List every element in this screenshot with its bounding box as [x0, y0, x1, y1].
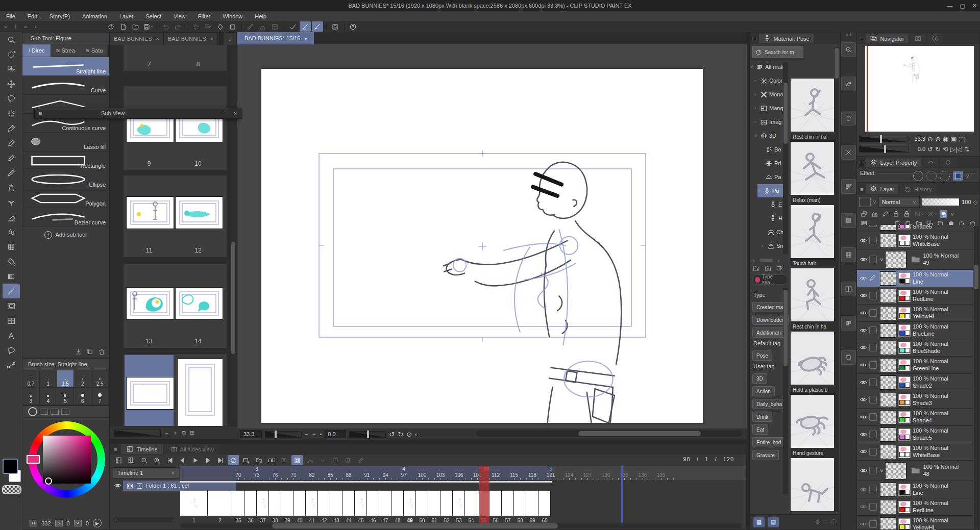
layer-visible-eye-icon[interactable] [857, 378, 869, 386]
layer-row-line[interactable]: 100 % NormalLine [857, 481, 973, 498]
transform-button[interactable] [304, 455, 315, 465]
link-cel-button[interactable] [266, 455, 277, 465]
cel-60[interactable] [538, 491, 551, 516]
layer-visible-eye-icon[interactable] [857, 225, 869, 227]
layer-thumbnail[interactable] [885, 462, 906, 479]
cel-41[interactable] [306, 491, 318, 516]
layer-visible-eye-icon[interactable] [857, 467, 869, 474]
delete-cel-button[interactable] [330, 455, 341, 465]
canvas-h-scrollbar[interactable] [476, 431, 742, 437]
nav-zoom-out-icon[interactable]: ⊖ [927, 135, 933, 143]
foreground-color-swatch[interactable] [3, 459, 18, 474]
layer-thumbnail[interactable] [880, 341, 896, 355]
nav-reset-rotation-icon[interactable]: ⟲ [943, 145, 948, 153]
clip-button[interactable] [860, 210, 868, 218]
tone-effect-icon[interactable] [926, 171, 937, 181]
opacity-stepper[interactable]: ◇ [973, 199, 977, 206]
material-strip-collapse[interactable]: » ‖ [841, 32, 856, 40]
cel-57[interactable] [502, 491, 514, 516]
effect-chevron-icon[interactable]: ˅ [966, 173, 969, 179]
reset-rotation-icon[interactable]: ⊙ [406, 431, 412, 438]
undo-button[interactable] [160, 21, 172, 32]
nav-actual-size-icon[interactable]: ◉ [943, 135, 948, 143]
layer-row-shade3[interactable]: 100 % NormalShade3 [857, 391, 973, 409]
layer-row-shade2[interactable]: 100 % NormalShade2 [857, 374, 973, 391]
page-number-8[interactable]: 8 [175, 61, 222, 68]
layer-row-yellowhl[interactable]: 100 % NormalYellowHL [857, 305, 973, 322]
brush-size-0.7[interactable]: 0.7 [22, 370, 40, 388]
layer-checkbox[interactable] [869, 503, 877, 511]
thumbnail-size-slider[interactable] [114, 430, 161, 437]
layer-checkbox[interactable] [869, 326, 877, 334]
navigator-zoom-slider[interactable] [859, 136, 909, 142]
tool-brush[interactable] [3, 165, 20, 180]
minimize-button[interactable]: — [947, 3, 952, 9]
cel-45[interactable] [355, 491, 367, 516]
loop-button[interactable] [228, 455, 239, 465]
layer-checkbox[interactable] [869, 448, 877, 456]
canvas-rotation-value[interactable]: 0.0 [325, 430, 346, 438]
zoom-out-icon[interactable]: − [305, 431, 308, 437]
menu-view[interactable]: View [167, 13, 192, 19]
matstrip-leaf-button[interactable] [841, 77, 856, 91]
nav-rotate-right-icon[interactable]: ↻ [935, 145, 941, 153]
cel-38[interactable] [269, 491, 281, 516]
layer-visible-eye-icon[interactable] [857, 237, 869, 244]
pages-scrollbar[interactable] [231, 48, 236, 423]
light-table-button[interactable] [291, 455, 303, 465]
layer-thumbnail[interactable] [880, 500, 896, 514]
tool-divide-frame[interactable] [3, 313, 20, 328]
cel-52[interactable] [440, 491, 453, 516]
brush-size-3[interactable]: 3 [22, 388, 40, 405]
pen-edit-button[interactable] [355, 455, 366, 465]
layer-row-greenline[interactable]: 100 % NormalGreenLine [857, 357, 973, 374]
save-button[interactable]: ˅ [142, 21, 154, 32]
chevron-down-button[interactable] [317, 455, 328, 465]
page-number-12[interactable]: 12 [175, 247, 222, 254]
layer-visible-eye-icon[interactable] [857, 520, 869, 528]
menu-help[interactable]: Help [249, 13, 273, 19]
document-tab-1[interactable]: BAD BUNNIES× [164, 33, 218, 45]
layer-row-redline[interactable]: 100 % NormalRedLine [857, 498, 973, 516]
page-number-10[interactable]: 10 [175, 160, 222, 167]
layer-visible-eye-icon[interactable] [857, 292, 869, 299]
pose-scrollbar[interactable] [834, 47, 839, 512]
single-view-icon[interactable]: ⊞ [190, 430, 194, 436]
color-slider-tab-icon[interactable] [51, 409, 59, 415]
panel-menu-icon[interactable]: ≡ [859, 186, 864, 192]
fence-button[interactable] [871, 210, 878, 218]
timeline-h-scrollbar[interactable] [180, 523, 742, 528]
layer-row-whitebase[interactable]: 100 % NormalWhiteBase [857, 232, 973, 249]
tab-history[interactable]: History [900, 184, 936, 194]
layer-thumbnail[interactable] [880, 306, 896, 320]
cel-35[interactable] [232, 491, 244, 516]
color-set-tab-icon[interactable] [40, 409, 48, 415]
pose-item-rest-chin-in-ha[interactable]: Rest chin in ha [791, 79, 836, 142]
layer-thumbnail[interactable] [880, 225, 896, 231]
tool-fill[interactable] [3, 254, 20, 269]
brush-size-2[interactable]: 2 [74, 370, 91, 388]
tool-zoom[interactable] [3, 32, 20, 47]
timeline-ruler[interactable]: 7073767982858891949710010310610911211511… [180, 466, 746, 480]
csp-logo-button[interactable] [106, 21, 117, 32]
cel-40[interactable] [293, 491, 306, 516]
brush-size-1[interactable]: 1 [40, 370, 57, 388]
tool-move-layer[interactable] [3, 77, 20, 91]
select-box-button[interactable] [203, 21, 214, 32]
brush-size-7[interactable]: 7 [91, 388, 109, 405]
tab-item-info[interactable] [927, 34, 943, 43]
last-frame-button[interactable] [215, 455, 226, 465]
canvas-zoom-slider[interactable] [265, 431, 302, 438]
sub-view-floating-bar[interactable]: ≡ Sub View — × [34, 108, 241, 119]
menu-animation[interactable]: Animation [76, 13, 113, 19]
page-number-9[interactable]: 9 [126, 160, 173, 167]
color-history-tab-icon[interactable] [61, 409, 69, 415]
layer-checkbox[interactable] [869, 344, 877, 351]
layer-thumbnail[interactable] [880, 358, 896, 372]
layer-row-blueshade[interactable]: 100 % NormalBlueShade [857, 339, 973, 357]
snap-angle-button[interactable] [312, 21, 323, 32]
cel-43[interactable] [330, 491, 342, 516]
page-thumbnail-14[interactable] [176, 288, 223, 319]
cel-53[interactable] [453, 491, 465, 516]
info-icon[interactable]: ⓘ [831, 518, 837, 526]
